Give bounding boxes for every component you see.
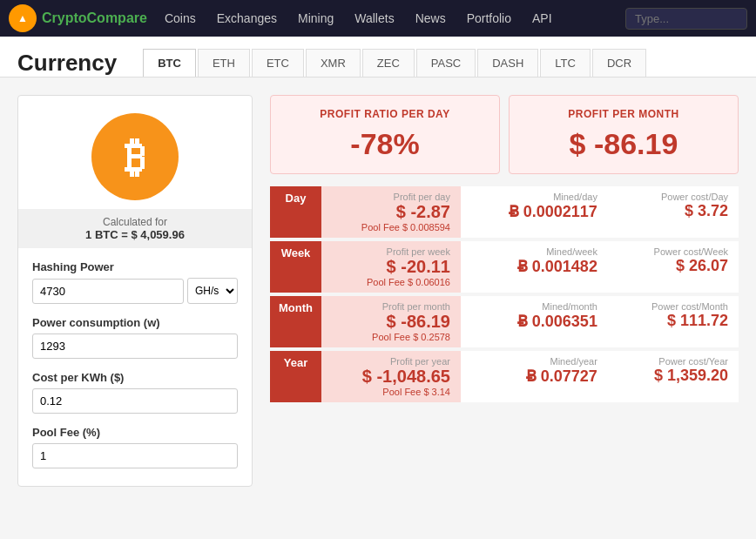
profit-ratio-value: -78%: [288, 127, 482, 161]
currency-tabs: BTC ETH ETC XMR ZEC PASC DASH LTC DCR: [143, 49, 648, 77]
pool-fee-input[interactable]: [32, 443, 238, 468]
profit-cell: Profit per day $ -2.87 Pool Fee $ 0.0085…: [321, 186, 461, 239]
nav-wallets[interactable]: Wallets: [354, 11, 394, 25]
power-consumption-section: Power consumption (w): [18, 316, 252, 359]
nav-news[interactable]: News: [415, 11, 446, 25]
nav-api[interactable]: API: [532, 11, 552, 25]
hashing-power-input[interactable]: [32, 279, 184, 304]
cost-per-kwh-label: Cost per KWh ($): [32, 371, 238, 384]
tab-etc[interactable]: ETC: [252, 49, 304, 77]
profit-label: Profit per week: [332, 246, 450, 257]
profit-value: $ -2.87: [332, 202, 450, 222]
coin-logo-area: ₿: [18, 96, 252, 209]
table-row: Day Profit per day $ -2.87 Pool Fee $ 0.…: [270, 186, 739, 239]
profit-summary: PROFIT RATIO PER DAY -78% PROFIT PER MON…: [270, 95, 739, 174]
mined-cell: Mined/month Ƀ 0.006351: [461, 294, 608, 349]
profit-table: Day Profit per day $ -2.87 Pool Fee $ 0.…: [270, 186, 739, 406]
nav-portfolio[interactable]: Portfolio: [467, 11, 511, 25]
power-cell: Power cost/Month $ 111.72: [608, 294, 739, 349]
profit-value: $ -1,048.65: [332, 367, 450, 387]
table-row: Year Profit per year $ -1,048.65 Pool Fe…: [270, 349, 739, 404]
tab-ltc[interactable]: LTC: [540, 49, 591, 77]
tab-eth[interactable]: ETH: [198, 49, 250, 77]
power-cell: Power cost/Week $ 26.07: [608, 239, 739, 294]
pool-fee-label: Pool Fee (%): [32, 426, 238, 439]
mined-label: Mined/year: [471, 356, 597, 367]
hashing-power-section: Hashing Power GH/s TH/s MH/s: [18, 260, 252, 304]
power-label: Power cost/Week: [618, 246, 728, 257]
power-label: Power cost/Month: [618, 301, 728, 312]
btc-logo: ₿: [91, 113, 179, 200]
period-cell: Month: [270, 294, 321, 349]
logo-icon: ▲: [9, 4, 37, 32]
logo[interactable]: ▲ CryptoCompare: [9, 4, 147, 32]
table-row: Month Profit per month $ -86.19 Pool Fee…: [270, 294, 739, 349]
profit-cell: Profit per month $ -86.19 Pool Fee $ 0.2…: [321, 294, 461, 349]
tab-pasc[interactable]: PASC: [416, 49, 476, 77]
calculated-for-area: Calculated for 1 BTC = $ 4,059.96: [18, 209, 252, 248]
power-value: $ 1,359.20: [618, 367, 728, 385]
profit-label: Profit per year: [332, 356, 450, 367]
right-panel: PROFIT RATIO PER DAY -78% PROFIT PER MON…: [270, 95, 739, 487]
tab-btc[interactable]: BTC: [143, 49, 196, 77]
mined-cell: Mined/year Ƀ 0.07727: [461, 349, 608, 404]
mined-label: Mined/day: [471, 192, 597, 202]
tab-xmr[interactable]: XMR: [306, 49, 361, 77]
power-value: $ 3.72: [618, 202, 728, 220]
profit-ratio-card: PROFIT RATIO PER DAY -78%: [270, 95, 500, 174]
period-cell: Week: [270, 239, 321, 294]
currency-header: Currency BTC ETH ETC XMR ZEC PASC DASH L…: [0, 37, 756, 77]
profit-value: $ -20.11: [332, 257, 450, 277]
left-panel: ₿ Calculated for 1 BTC = $ 4,059.96 Hash…: [17, 95, 253, 487]
power-cell: Power cost/Year $ 1,359.20: [608, 349, 739, 404]
power-label: Power cost/Year: [618, 356, 728, 367]
profit-label: Profit per day: [332, 192, 450, 202]
power-consumption-label: Power consumption (w): [32, 316, 238, 329]
table-row: Week Profit per week $ -20.11 Pool Fee $…: [270, 239, 739, 294]
tab-dcr[interactable]: DCR: [592, 49, 646, 77]
nav-coins[interactable]: Coins: [165, 11, 196, 25]
nav-exchanges[interactable]: Exchanges: [217, 11, 277, 25]
mined-label: Mined/week: [471, 246, 597, 257]
main-content: ₿ Calculated for 1 BTC = $ 4,059.96 Hash…: [0, 77, 756, 504]
mined-value: Ƀ 0.006351: [471, 312, 597, 331]
pool-fee-value: Pool Fee $ 3.14: [332, 387, 450, 397]
page-title: Currency: [17, 50, 117, 77]
period-cell: Year: [270, 349, 321, 404]
mined-cell: Mined/day Ƀ 0.0002117: [461, 186, 608, 239]
hashing-power-label: Hashing Power: [32, 260, 238, 273]
nav-mining[interactable]: Mining: [298, 11, 334, 25]
pool-fee-value: Pool Fee $ 0.06016: [332, 277, 450, 287]
profit-cell: Profit per year $ -1,048.65 Pool Fee $ 3…: [321, 349, 461, 404]
profit-cell: Profit per week $ -20.11 Pool Fee $ 0.06…: [321, 239, 461, 294]
mined-value: Ƀ 0.0002117: [471, 202, 597, 221]
profit-month-value: $ -86.19: [527, 127, 720, 161]
mined-label: Mined/month: [471, 301, 597, 312]
profit-month-card: PROFIT PER MONTH $ -86.19: [509, 95, 739, 174]
navbar: ▲ CryptoCompare Coins Exchanges Mining W…: [0, 0, 756, 37]
period-cell: Day: [270, 186, 321, 239]
mined-value: Ƀ 0.07727: [471, 367, 597, 386]
search-input[interactable]: [625, 8, 747, 30]
mined-value: Ƀ 0.001482: [471, 257, 597, 276]
power-consumption-input[interactable]: [32, 334, 238, 359]
power-cell: Power cost/Day $ 3.72: [608, 186, 739, 239]
power-value: $ 26.07: [618, 257, 728, 275]
pool-fee-value: Pool Fee $ 0.008594: [332, 222, 450, 232]
cost-per-kwh-section: Cost per KWh ($): [18, 371, 252, 414]
profit-ratio-label: PROFIT RATIO PER DAY: [288, 108, 482, 120]
calculated-for-value: 1 BTC = $ 4,059.96: [25, 228, 245, 241]
logo-text: CryptoCompare: [42, 10, 147, 26]
tab-dash[interactable]: DASH: [477, 49, 538, 77]
profit-value: $ -86.19: [332, 312, 450, 332]
pool-fee-section: Pool Fee (%): [18, 426, 252, 468]
tab-zec[interactable]: ZEC: [362, 49, 415, 77]
profit-label: Profit per month: [332, 301, 450, 312]
nav-links: Coins Exchanges Mining Wallets News Port…: [165, 11, 625, 25]
cost-per-kwh-input[interactable]: [32, 388, 238, 414]
mined-cell: Mined/week Ƀ 0.001482: [461, 239, 608, 294]
hashing-power-unit-select[interactable]: GH/s TH/s MH/s: [187, 278, 238, 304]
power-value: $ 111.72: [618, 312, 728, 330]
profit-month-label: PROFIT PER MONTH: [527, 108, 720, 120]
calculated-for-label: Calculated for: [25, 216, 245, 228]
